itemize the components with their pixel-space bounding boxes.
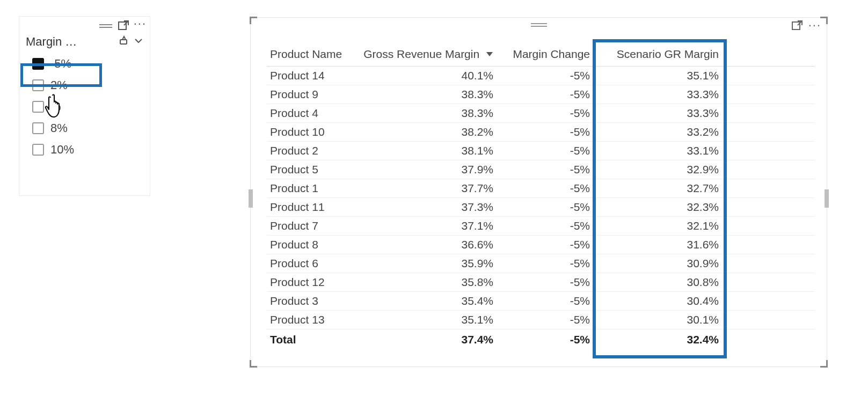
table-total-row: Total 37.4% -5% 32.4%	[267, 329, 815, 349]
cell-mc: -5%	[498, 104, 594, 123]
slicer-toolbar: ···	[19, 17, 150, 35]
cell-mc: -5%	[498, 160, 594, 179]
checkbox-icon[interactable]	[32, 144, 44, 156]
table-row[interactable]: Product 836.6%-5%31.6%	[267, 236, 815, 254]
cell-sgr: 30.1%	[594, 311, 723, 329]
table-row[interactable]: Product 1335.1%-5%30.1%	[267, 311, 815, 329]
checkbox-icon[interactable]	[32, 122, 44, 134]
cell-sgr: 33.1%	[594, 142, 723, 160]
svg-rect-4	[120, 40, 127, 44]
slicer-item-label: -5%	[50, 57, 71, 71]
cell-mc: -5%	[498, 85, 594, 104]
cell-sgr: 35.1%	[594, 67, 723, 85]
more-options-icon[interactable]: ···	[134, 21, 147, 26]
cell-sgr: 32.9%	[594, 160, 723, 179]
slicer-item[interactable]: 10%	[32, 139, 144, 160]
cell-mc: -5%	[498, 254, 594, 273]
cell-mc: -5%	[498, 123, 594, 142]
cell-product: Product 1	[267, 179, 353, 198]
checkbox-icon[interactable]	[32, 79, 44, 91]
table-row[interactable]: Product 1440.1%-5%35.1%	[267, 67, 815, 85]
cell-sgr: 33.2%	[594, 123, 723, 142]
table-row[interactable]: Product 335.4%-5%30.4%	[267, 292, 815, 311]
svg-rect-2	[119, 22, 126, 30]
table-visual[interactable]: ··· Product Name Gross Revenue Margin Ma…	[250, 17, 827, 367]
col-header-gross-revenue-margin[interactable]: Gross Revenue Margin	[353, 33, 498, 67]
cell-sgr: 31.6%	[594, 236, 723, 254]
table-row[interactable]: Product 938.3%-5%33.3%	[267, 85, 815, 104]
cell-mc: -5%	[498, 179, 594, 198]
col-header-scenario-gr-margin[interactable]: Scenario GR Margin	[594, 33, 723, 67]
slicer-item[interactable]: %	[32, 96, 144, 118]
cell-sgr: 32.3%	[594, 198, 723, 217]
table-row[interactable]: Product 137.7%-5%32.7%	[267, 179, 815, 198]
cell-product: Product 6	[267, 254, 353, 273]
cell-grm: 38.3%	[353, 104, 498, 123]
table-toolbar: ···	[251, 18, 827, 33]
svg-marker-9	[486, 52, 493, 56]
focus-mode-icon[interactable]	[118, 20, 129, 32]
cell-product: Product 13	[267, 311, 353, 329]
table-row[interactable]: Product 1137.3%-5%32.3%	[267, 198, 815, 217]
cell-sgr: 32.1%	[594, 217, 723, 236]
resize-handle-icon[interactable]	[249, 189, 253, 208]
cell-mc: -5%	[498, 311, 594, 329]
checkbox-icon[interactable]	[32, 58, 44, 70]
cell-grm: 38.2%	[353, 123, 498, 142]
col-header-product[interactable]: Product Name	[267, 33, 353, 67]
drag-handle-icon[interactable]	[530, 20, 548, 30]
clear-selection-icon[interactable]	[119, 35, 129, 49]
more-options-icon[interactable]: ···	[808, 23, 821, 28]
cell-product: Product 7	[267, 217, 353, 236]
cell-grm: 37.9%	[353, 160, 498, 179]
slicer-item-label: 8%	[50, 121, 68, 135]
slicer-title: Margin …	[26, 35, 114, 49]
cell-mc: -5%	[498, 67, 594, 85]
cell-mc: -5%	[498, 236, 594, 254]
slicer-visual[interactable]: ··· Margin … -5% 2% % 8% 10%	[19, 16, 150, 196]
cell-product: Product 8	[267, 236, 353, 254]
table-row[interactable]: Product 1235.8%-5%30.8%	[267, 273, 815, 292]
col-header-margin-change[interactable]: Margin Change	[498, 33, 594, 67]
cell-grm: 37.7%	[353, 179, 498, 198]
table-row[interactable]: Product 1038.2%-5%33.2%	[267, 123, 815, 142]
focus-mode-icon[interactable]	[791, 20, 803, 34]
chevron-down-icon[interactable]	[134, 35, 143, 49]
cell-grm: 38.3%	[353, 85, 498, 104]
cell-product: Product 12	[267, 273, 353, 292]
cell-sgr: 33.3%	[594, 104, 723, 123]
checkbox-icon[interactable]	[32, 101, 44, 113]
cell-product: Product 9	[267, 85, 353, 104]
table-header-row: Product Name Gross Revenue Margin Margin…	[267, 33, 815, 67]
table-row[interactable]: Product 737.1%-5%32.1%	[267, 217, 815, 236]
data-table: Product Name Gross Revenue Margin Margin…	[267, 33, 815, 349]
selection-corner-icon[interactable]	[818, 358, 828, 368]
cell-grm: 35.8%	[353, 273, 498, 292]
cell-mc: -5%	[498, 142, 594, 160]
cell-product: Product 10	[267, 123, 353, 142]
slicer-item[interactable]: -5%	[32, 53, 144, 75]
col-header-empty	[723, 33, 815, 67]
drag-handle-icon[interactable]	[98, 23, 113, 29]
cell-grm: 37.3%	[353, 198, 498, 217]
slicer-item-label: 2%	[50, 78, 68, 92]
table-row[interactable]: Product 238.1%-5%33.1%	[267, 142, 815, 160]
cell-product: Product 2	[267, 142, 353, 160]
slicer-header[interactable]: Margin …	[19, 35, 150, 51]
cell-grm: 37.1%	[353, 217, 498, 236]
cell-grm: 36.6%	[353, 236, 498, 254]
table-row[interactable]: Product 635.9%-5%30.9%	[267, 254, 815, 273]
slicer-items: -5% 2% % 8% 10%	[19, 51, 150, 166]
cell-grm: 35.1%	[353, 311, 498, 329]
total-label: Total	[267, 329, 353, 349]
resize-handle-icon[interactable]	[825, 189, 829, 208]
total-mc: -5%	[498, 329, 594, 349]
table-row[interactable]: Product 438.3%-5%33.3%	[267, 104, 815, 123]
cell-sgr: 33.3%	[594, 85, 723, 104]
cell-sgr: 32.7%	[594, 179, 723, 198]
selection-corner-icon[interactable]	[250, 358, 259, 368]
table-row[interactable]: Product 537.9%-5%32.9%	[267, 160, 815, 179]
cell-mc: -5%	[498, 292, 594, 311]
slicer-item[interactable]: 8%	[32, 118, 144, 139]
slicer-item[interactable]: 2%	[32, 75, 144, 96]
